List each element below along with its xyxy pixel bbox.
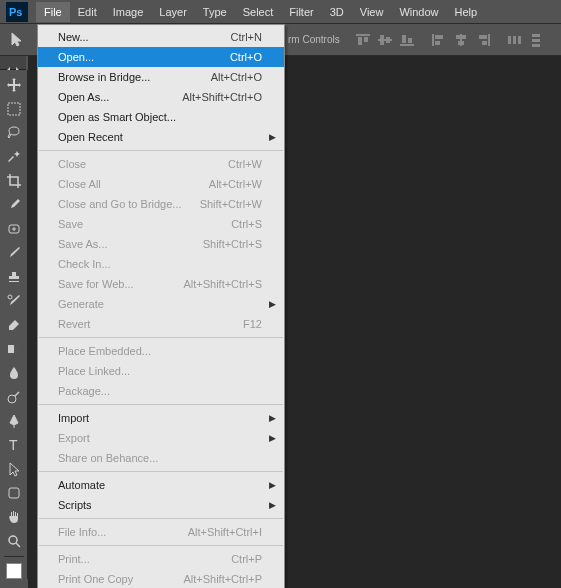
svg-rect-25 — [532, 44, 540, 47]
align-vcenter-icon[interactable] — [376, 32, 394, 48]
file-menu-scripts[interactable]: Scripts▶ — [38, 495, 284, 515]
history-brush-tool[interactable] — [2, 290, 26, 312]
menu-item-label: Close All — [58, 178, 209, 190]
menu-view[interactable]: View — [352, 2, 392, 22]
menu-item-label: Print... — [58, 553, 231, 565]
menu-item-shortcut: Shift+Ctrl+W — [200, 198, 262, 210]
svg-rect-9 — [402, 35, 406, 43]
menu-item-label: Open... — [58, 51, 230, 63]
svg-rect-26 — [8, 103, 20, 115]
file-menu-import[interactable]: Import▶ — [38, 408, 284, 428]
menu-layer[interactable]: Layer — [151, 2, 195, 22]
zoom-tool[interactable] — [2, 530, 26, 552]
shape-tool[interactable] — [2, 482, 26, 504]
marquee-tool[interactable] — [2, 98, 26, 120]
menu-item-label: Browse in Bridge... — [58, 71, 211, 83]
submenu-arrow-icon: ▶ — [269, 500, 276, 510]
svg-text:Ps: Ps — [9, 6, 22, 18]
align-top-icon[interactable] — [354, 32, 372, 48]
file-menu-browse-in-bridge[interactable]: Browse in Bridge...Alt+Ctrl+O — [38, 67, 284, 87]
menu-item-label: Close — [58, 158, 228, 170]
menu-help[interactable]: Help — [447, 2, 486, 22]
file-menu-new[interactable]: New...Ctrl+N — [38, 27, 284, 47]
svg-rect-11 — [432, 34, 434, 46]
menu-select[interactable]: Select — [235, 2, 282, 22]
align-left-icon[interactable] — [430, 32, 448, 48]
menu-separator — [39, 471, 283, 472]
file-menu-package: Package... — [38, 381, 284, 401]
distribute-h-icon[interactable] — [506, 32, 524, 48]
menu-file[interactable]: File — [36, 2, 70, 22]
eraser-tool[interactable] — [2, 314, 26, 336]
path-select-tool[interactable] — [2, 458, 26, 480]
svg-rect-30 — [8, 345, 14, 353]
menu-item-label: Open Recent — [58, 131, 262, 143]
distribute-v-icon[interactable] — [528, 32, 546, 48]
menu-separator — [39, 337, 283, 338]
menu-item-label: Revert — [58, 318, 243, 330]
move-tool[interactable] — [2, 74, 26, 96]
stamp-tool[interactable] — [2, 266, 26, 288]
collapse-icon[interactable] — [4, 59, 22, 67]
file-menu-open[interactable]: Open...Ctrl+O — [38, 47, 284, 67]
gradient-tool[interactable] — [2, 338, 26, 360]
svg-rect-13 — [435, 41, 440, 45]
svg-point-28 — [8, 295, 12, 299]
healing-brush-tool[interactable] — [2, 218, 26, 240]
menu-type[interactable]: Type — [195, 2, 235, 22]
menu-item-shortcut: Alt+Ctrl+W — [209, 178, 262, 190]
file-menu-open-as[interactable]: Open As...Alt+Shift+Ctrl+O — [38, 87, 284, 107]
file-menu-open-as-smart-object[interactable]: Open as Smart Object... — [38, 107, 284, 127]
align-right-icon[interactable] — [474, 32, 492, 48]
file-menu-save-as: Save As...Shift+Ctrl+S — [38, 234, 284, 254]
doc-tab-strip — [0, 56, 26, 70]
menu-image[interactable]: Image — [105, 2, 152, 22]
dodge-tool[interactable] — [2, 386, 26, 408]
crop-tool[interactable] — [2, 170, 26, 192]
file-menu-print: Print...Ctrl+P — [38, 549, 284, 569]
menu-item-shortcut: Ctrl+S — [231, 218, 262, 230]
blur-tool[interactable] — [2, 362, 26, 384]
align-bottom-icon[interactable] — [398, 32, 416, 48]
svg-rect-23 — [532, 34, 540, 37]
menu-item-label: Automate — [58, 479, 262, 491]
svg-rect-7 — [386, 37, 390, 43]
align-hcenter-icon[interactable] — [452, 32, 470, 48]
svg-text:T: T — [9, 437, 18, 453]
menu-3d[interactable]: 3D — [322, 2, 352, 22]
svg-rect-8 — [400, 44, 414, 46]
svg-point-34 — [9, 536, 17, 544]
menu-filter[interactable]: Filter — [281, 2, 321, 22]
submenu-arrow-icon: ▶ — [269, 413, 276, 423]
type-tool[interactable]: T — [2, 434, 26, 456]
svg-rect-2 — [356, 34, 370, 36]
svg-rect-16 — [458, 41, 464, 45]
file-menu-automate[interactable]: Automate▶ — [38, 475, 284, 495]
menu-item-label: Place Linked... — [58, 365, 262, 377]
svg-rect-12 — [435, 35, 443, 39]
menu-item-shortcut: F12 — [243, 318, 262, 330]
lasso-tool[interactable] — [2, 122, 26, 144]
file-menu-share-on-behance: Share on Behance... — [38, 448, 284, 468]
file-menu-open-recent[interactable]: Open Recent▶ — [38, 127, 284, 147]
menu-item-shortcut: Ctrl+W — [228, 158, 262, 170]
submenu-arrow-icon: ▶ — [269, 299, 276, 309]
menu-edit[interactable]: Edit — [70, 2, 105, 22]
hand-tool[interactable] — [2, 506, 26, 528]
submenu-arrow-icon: ▶ — [269, 132, 276, 142]
brush-tool[interactable] — [2, 242, 26, 264]
menu-window[interactable]: Window — [391, 2, 446, 22]
svg-rect-24 — [532, 39, 540, 42]
magic-wand-tool[interactable] — [2, 146, 26, 168]
foreground-swatch[interactable] — [6, 563, 22, 579]
tool-separator — [4, 556, 24, 557]
eyedropper-tool[interactable] — [2, 194, 26, 216]
file-menu-close: CloseCtrl+W — [38, 154, 284, 174]
svg-rect-18 — [479, 35, 487, 39]
menu-separator — [39, 404, 283, 405]
submenu-arrow-icon: ▶ — [269, 433, 276, 443]
menu-separator — [39, 150, 283, 151]
pen-tool[interactable] — [2, 410, 26, 432]
menu-item-label: Save As... — [58, 238, 203, 250]
menu-item-label: Open as Smart Object... — [58, 111, 262, 123]
